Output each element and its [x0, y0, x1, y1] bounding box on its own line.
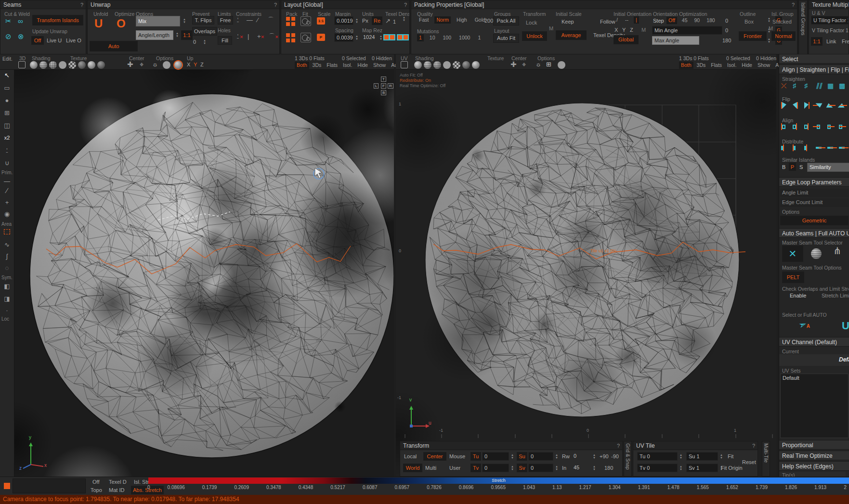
mirror-u-tool[interactable]: ◧	[0, 283, 14, 290]
tile-tv-spinner[interactable]	[679, 465, 683, 471]
overlaps-value[interactable]: 0	[193, 39, 196, 45]
x2-tool[interactable]: x2	[0, 135, 14, 141]
similarity-dropdown[interactable]: Similarity	[807, 163, 849, 172]
dark-icon[interactable]	[462, 61, 470, 69]
distribute-h3-icon[interactable]	[804, 144, 815, 154]
link-constraint-icon[interactable]: —	[247, 16, 253, 25]
geometric-button[interactable]: Geometric	[780, 216, 849, 225]
v-tiling-field[interactable]: V Tiling Factor 1	[812, 27, 849, 33]
follow-button[interactable]: Follow	[600, 19, 615, 25]
curve-constraint-icon[interactable]: ⌒	[268, 16, 274, 25]
help-icon[interactable]: ?	[274, 1, 277, 8]
gridify-icon[interactable]: ▦	[827, 82, 838, 91]
multi-button[interactable]: Multi	[425, 465, 436, 471]
step-spinner[interactable]	[767, 17, 771, 23]
matcap-icon[interactable]	[472, 61, 480, 69]
max-angle-field[interactable]: Max Angle	[652, 36, 699, 45]
ratio-button[interactable]: 1:1	[181, 30, 193, 40]
remove-curve-icon[interactable]: ⌒✕	[269, 32, 279, 41]
globe-tool[interactable]: ◉	[0, 210, 14, 218]
quality-option[interactable]: High	[455, 16, 469, 24]
enable-button[interactable]: Enable	[790, 293, 806, 298]
select-section-header[interactable]: Select	[779, 54, 849, 64]
straighten-v-icon[interactable]: ♯	[804, 82, 815, 91]
flip-center-icon[interactable]	[793, 102, 803, 112]
angle-limit-row[interactable]: Angle Limit	[780, 189, 849, 197]
box-button[interactable]: Box	[745, 19, 754, 25]
quality-value[interactable]: 200	[484, 18, 493, 24]
pelt-button[interactable]: PELT	[782, 271, 804, 283]
align-middle-icon[interactable]	[827, 123, 838, 133]
auto-seams-header[interactable]: Auto Seams | Full AUTO UVs	[779, 228, 849, 238]
unfold-icon[interactable]: U	[94, 17, 103, 30]
tile-su-field[interactable]: Su 1	[686, 452, 718, 461]
tile-tu-spinner[interactable]	[679, 453, 683, 459]
similar-b-button[interactable]: B	[782, 164, 785, 170]
max-angle-spinner[interactable]	[767, 38, 771, 43]
nav-right[interactable]: R	[388, 83, 393, 89]
texel-spinner[interactable]	[402, 16, 406, 22]
tile-sv-field[interactable]: Sv 1	[686, 464, 718, 472]
unpin-icon[interactable]: ⍘✕	[236, 32, 243, 41]
display-mode[interactable]: Isol.	[341, 62, 354, 69]
re-button[interactable]: Re	[372, 16, 382, 25]
px-button[interactable]: Px	[362, 18, 368, 24]
center-move-icon[interactable]: ✚	[127, 60, 133, 69]
gridify-all-icon[interactable]: ▩	[839, 82, 849, 91]
fit-selected-icon[interactable]	[300, 33, 311, 42]
auto-select-cursor-icon[interactable]: ➣A	[798, 319, 810, 330]
live-u-button[interactable]: Live U	[47, 38, 62, 43]
link-button[interactable]: Link	[826, 39, 836, 44]
scale-p-icon[interactable]: P	[317, 34, 325, 41]
frame-view-icon[interactable]	[401, 61, 408, 69]
transform-m-button[interactable]: M	[549, 26, 553, 31]
topo-button[interactable]: Topo	[91, 487, 102, 493]
rotate-minus90-button[interactable]: -90	[611, 453, 619, 459]
average-button[interactable]: Average	[556, 30, 587, 40]
help-icon[interactable]: ?	[792, 1, 795, 8]
sv-chip[interactable]: Sv	[517, 464, 527, 472]
sphere-select-tool[interactable]: ●	[0, 97, 14, 104]
stacked-button[interactable]: Stacked	[772, 19, 792, 25]
dash-tool[interactable]: —	[0, 178, 14, 185]
nav-left[interactable]: L	[374, 83, 379, 89]
help-select-header[interactable]: Help Select (Edges)	[779, 461, 849, 471]
align-section-header[interactable]: Align | Straighten | Flip | Fit |	[779, 65, 849, 74]
tv-spinner[interactable]	[510, 465, 515, 471]
transform-title[interactable]: Transform?	[400, 441, 622, 450]
fit-icon[interactable]	[300, 16, 311, 26]
proportional-header[interactable]: Proportional	[779, 440, 849, 450]
free-button[interactable]: Free	[218, 16, 233, 25]
align-right-icon[interactable]	[804, 123, 815, 133]
seams-title[interactable]: Seams?	[0, 0, 86, 9]
line-constraint-icon[interactable]: ∕	[257, 16, 258, 25]
uv-set-item[interactable]: Default	[781, 374, 848, 382]
brush-tool[interactable]: ∫	[0, 253, 14, 260]
center-rotate-icon[interactable]: ⌖	[522, 60, 526, 69]
weld-tool-icon[interactable]: ∞	[18, 17, 23, 26]
flip-middle-icon[interactable]	[827, 102, 838, 112]
nav-top[interactable]: T	[381, 77, 386, 82]
flat-sphere-icon[interactable]	[59, 61, 66, 69]
select-cursor-tool[interactable]: ↖	[0, 72, 14, 79]
layout-title[interactable]: Layout [Global]?	[281, 0, 409, 9]
current-channel-field[interactable]: Default	[779, 354, 849, 366]
rw-field[interactable]: 0	[572, 452, 592, 461]
straighten-h-icon[interactable]: ♯	[793, 82, 803, 91]
tu-spinner[interactable]	[510, 453, 515, 459]
nav-bottom[interactable]: B	[381, 90, 386, 95]
options-sphere-icon[interactable]	[163, 61, 172, 69]
step-option[interactable]: 90	[692, 17, 702, 24]
help-icon[interactable]: ?	[80, 1, 83, 8]
display-mode[interactable]: 3Ds	[695, 62, 708, 69]
pin-tool[interactable]: ⍘	[0, 147, 14, 155]
center-button[interactable]: Center	[423, 452, 446, 461]
tv-field[interactable]: 0	[482, 464, 509, 472]
marquee-select-tool[interactable]: ▭	[0, 84, 14, 91]
overlaps-button[interactable]: Overlaps	[192, 27, 217, 36]
mirror-v-tool[interactable]: ◨	[0, 295, 14, 302]
axis-z-button[interactable]: Z	[630, 27, 633, 33]
checker-icon[interactable]	[453, 61, 460, 69]
min-angle-value[interactable]: 0	[725, 27, 728, 33]
uv-tile-title[interactable]: UV Tile?	[633, 441, 758, 450]
